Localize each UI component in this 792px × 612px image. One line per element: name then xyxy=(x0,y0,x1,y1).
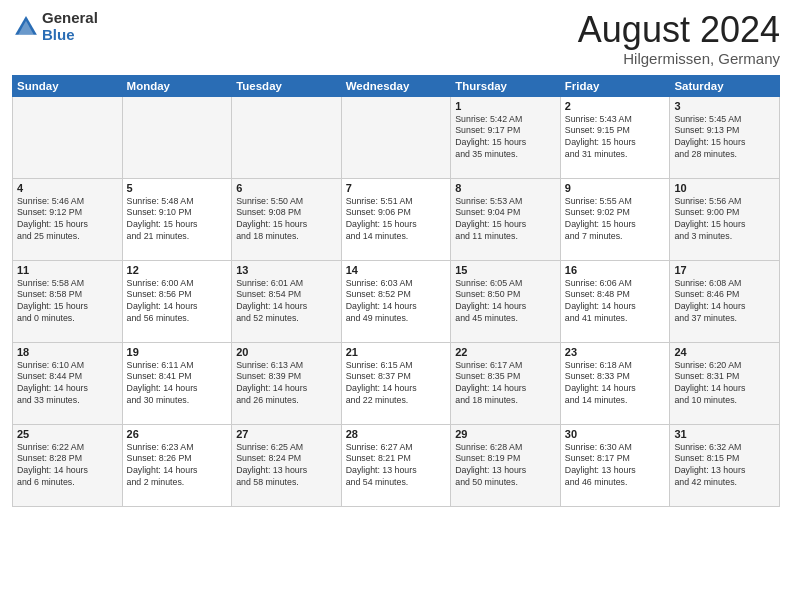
calendar-cell: 21Sunrise: 6:15 AM Sunset: 8:37 PM Dayli… xyxy=(341,342,451,424)
calendar-cell: 2Sunrise: 5:43 AM Sunset: 9:15 PM Daylig… xyxy=(560,96,670,178)
calendar-cell: 9Sunrise: 5:55 AM Sunset: 9:02 PM Daylig… xyxy=(560,178,670,260)
day-number: 10 xyxy=(674,182,775,194)
day-info: Sunrise: 6:28 AM Sunset: 8:19 PM Dayligh… xyxy=(455,442,556,490)
header: General Blue August 2024 Hilgermissen, G… xyxy=(12,10,780,67)
location: Hilgermissen, Germany xyxy=(578,50,780,67)
day-number: 3 xyxy=(674,100,775,112)
month-title: August 2024 xyxy=(578,10,780,50)
day-info: Sunrise: 6:20 AM Sunset: 8:31 PM Dayligh… xyxy=(674,360,775,408)
day-info: Sunrise: 6:05 AM Sunset: 8:50 PM Dayligh… xyxy=(455,278,556,326)
calendar-cell: 5Sunrise: 5:48 AM Sunset: 9:10 PM Daylig… xyxy=(122,178,232,260)
day-info: Sunrise: 6:06 AM Sunset: 8:48 PM Dayligh… xyxy=(565,278,666,326)
calendar-cell: 31Sunrise: 6:32 AM Sunset: 8:15 PM Dayli… xyxy=(670,424,780,506)
day-number: 9 xyxy=(565,182,666,194)
day-info: Sunrise: 6:00 AM Sunset: 8:56 PM Dayligh… xyxy=(127,278,228,326)
calendar-cell xyxy=(341,96,451,178)
calendar-cell: 1Sunrise: 5:42 AM Sunset: 9:17 PM Daylig… xyxy=(451,96,561,178)
calendar-table: SundayMondayTuesdayWednesdayThursdayFrid… xyxy=(12,75,780,507)
day-number: 19 xyxy=(127,346,228,358)
calendar-header-thursday: Thursday xyxy=(451,75,561,96)
day-info: Sunrise: 6:03 AM Sunset: 8:52 PM Dayligh… xyxy=(346,278,447,326)
calendar-cell xyxy=(232,96,342,178)
calendar-cell: 16Sunrise: 6:06 AM Sunset: 8:48 PM Dayli… xyxy=(560,260,670,342)
day-number: 22 xyxy=(455,346,556,358)
day-number: 27 xyxy=(236,428,337,440)
calendar-header-friday: Friday xyxy=(560,75,670,96)
calendar-cell: 8Sunrise: 5:53 AM Sunset: 9:04 PM Daylig… xyxy=(451,178,561,260)
calendar-cell: 22Sunrise: 6:17 AM Sunset: 8:35 PM Dayli… xyxy=(451,342,561,424)
day-info: Sunrise: 6:23 AM Sunset: 8:26 PM Dayligh… xyxy=(127,442,228,490)
day-number: 13 xyxy=(236,264,337,276)
calendar-cell: 15Sunrise: 6:05 AM Sunset: 8:50 PM Dayli… xyxy=(451,260,561,342)
day-number: 2 xyxy=(565,100,666,112)
calendar-week-row: 25Sunrise: 6:22 AM Sunset: 8:28 PM Dayli… xyxy=(13,424,780,506)
day-number: 5 xyxy=(127,182,228,194)
day-number: 16 xyxy=(565,264,666,276)
day-info: Sunrise: 5:58 AM Sunset: 8:58 PM Dayligh… xyxy=(17,278,118,326)
day-info: Sunrise: 5:43 AM Sunset: 9:15 PM Dayligh… xyxy=(565,114,666,162)
calendar-cell: 6Sunrise: 5:50 AM Sunset: 9:08 PM Daylig… xyxy=(232,178,342,260)
calendar-cell: 19Sunrise: 6:11 AM Sunset: 8:41 PM Dayli… xyxy=(122,342,232,424)
calendar-cell: 17Sunrise: 6:08 AM Sunset: 8:46 PM Dayli… xyxy=(670,260,780,342)
day-number: 31 xyxy=(674,428,775,440)
day-number: 11 xyxy=(17,264,118,276)
day-info: Sunrise: 6:25 AM Sunset: 8:24 PM Dayligh… xyxy=(236,442,337,490)
calendar-cell: 23Sunrise: 6:18 AM Sunset: 8:33 PM Dayli… xyxy=(560,342,670,424)
calendar-cell: 27Sunrise: 6:25 AM Sunset: 8:24 PM Dayli… xyxy=(232,424,342,506)
logo-general-text: General xyxy=(42,10,98,27)
day-info: Sunrise: 5:53 AM Sunset: 9:04 PM Dayligh… xyxy=(455,196,556,244)
calendar-header-tuesday: Tuesday xyxy=(232,75,342,96)
calendar-cell xyxy=(13,96,123,178)
logo: General Blue xyxy=(12,10,98,43)
day-number: 8 xyxy=(455,182,556,194)
day-number: 25 xyxy=(17,428,118,440)
day-info: Sunrise: 5:51 AM Sunset: 9:06 PM Dayligh… xyxy=(346,196,447,244)
day-info: Sunrise: 6:30 AM Sunset: 8:17 PM Dayligh… xyxy=(565,442,666,490)
day-info: Sunrise: 6:15 AM Sunset: 8:37 PM Dayligh… xyxy=(346,360,447,408)
day-number: 4 xyxy=(17,182,118,194)
calendar-header-wednesday: Wednesday xyxy=(341,75,451,96)
calendar-week-row: 4Sunrise: 5:46 AM Sunset: 9:12 PM Daylig… xyxy=(13,178,780,260)
day-number: 23 xyxy=(565,346,666,358)
day-number: 20 xyxy=(236,346,337,358)
calendar-header-row: SundayMondayTuesdayWednesdayThursdayFrid… xyxy=(13,75,780,96)
calendar-cell: 26Sunrise: 6:23 AM Sunset: 8:26 PM Dayli… xyxy=(122,424,232,506)
calendar-cell: 7Sunrise: 5:51 AM Sunset: 9:06 PM Daylig… xyxy=(341,178,451,260)
day-info: Sunrise: 5:42 AM Sunset: 9:17 PM Dayligh… xyxy=(455,114,556,162)
day-number: 17 xyxy=(674,264,775,276)
day-number: 26 xyxy=(127,428,228,440)
day-info: Sunrise: 5:56 AM Sunset: 9:00 PM Dayligh… xyxy=(674,196,775,244)
day-info: Sunrise: 6:01 AM Sunset: 8:54 PM Dayligh… xyxy=(236,278,337,326)
calendar-cell: 28Sunrise: 6:27 AM Sunset: 8:21 PM Dayli… xyxy=(341,424,451,506)
calendar-header-saturday: Saturday xyxy=(670,75,780,96)
logo-text: General Blue xyxy=(42,10,98,43)
calendar-cell: 11Sunrise: 5:58 AM Sunset: 8:58 PM Dayli… xyxy=(13,260,123,342)
day-info: Sunrise: 6:18 AM Sunset: 8:33 PM Dayligh… xyxy=(565,360,666,408)
day-info: Sunrise: 6:13 AM Sunset: 8:39 PM Dayligh… xyxy=(236,360,337,408)
day-number: 15 xyxy=(455,264,556,276)
day-number: 7 xyxy=(346,182,447,194)
day-info: Sunrise: 5:48 AM Sunset: 9:10 PM Dayligh… xyxy=(127,196,228,244)
logo-icon xyxy=(12,13,40,41)
calendar-cell xyxy=(122,96,232,178)
day-number: 30 xyxy=(565,428,666,440)
calendar-cell: 14Sunrise: 6:03 AM Sunset: 8:52 PM Dayli… xyxy=(341,260,451,342)
day-info: Sunrise: 5:45 AM Sunset: 9:13 PM Dayligh… xyxy=(674,114,775,162)
calendar-cell: 13Sunrise: 6:01 AM Sunset: 8:54 PM Dayli… xyxy=(232,260,342,342)
calendar-week-row: 18Sunrise: 6:10 AM Sunset: 8:44 PM Dayli… xyxy=(13,342,780,424)
day-info: Sunrise: 5:50 AM Sunset: 9:08 PM Dayligh… xyxy=(236,196,337,244)
calendar-week-row: 1Sunrise: 5:42 AM Sunset: 9:17 PM Daylig… xyxy=(13,96,780,178)
calendar-cell: 20Sunrise: 6:13 AM Sunset: 8:39 PM Dayli… xyxy=(232,342,342,424)
calendar-week-row: 11Sunrise: 5:58 AM Sunset: 8:58 PM Dayli… xyxy=(13,260,780,342)
day-number: 6 xyxy=(236,182,337,194)
day-info: Sunrise: 6:08 AM Sunset: 8:46 PM Dayligh… xyxy=(674,278,775,326)
day-info: Sunrise: 6:17 AM Sunset: 8:35 PM Dayligh… xyxy=(455,360,556,408)
calendar-cell: 25Sunrise: 6:22 AM Sunset: 8:28 PM Dayli… xyxy=(13,424,123,506)
calendar-header-sunday: Sunday xyxy=(13,75,123,96)
day-number: 14 xyxy=(346,264,447,276)
calendar-cell: 24Sunrise: 6:20 AM Sunset: 8:31 PM Dayli… xyxy=(670,342,780,424)
day-number: 1 xyxy=(455,100,556,112)
calendar-cell: 18Sunrise: 6:10 AM Sunset: 8:44 PM Dayli… xyxy=(13,342,123,424)
day-number: 28 xyxy=(346,428,447,440)
day-number: 18 xyxy=(17,346,118,358)
